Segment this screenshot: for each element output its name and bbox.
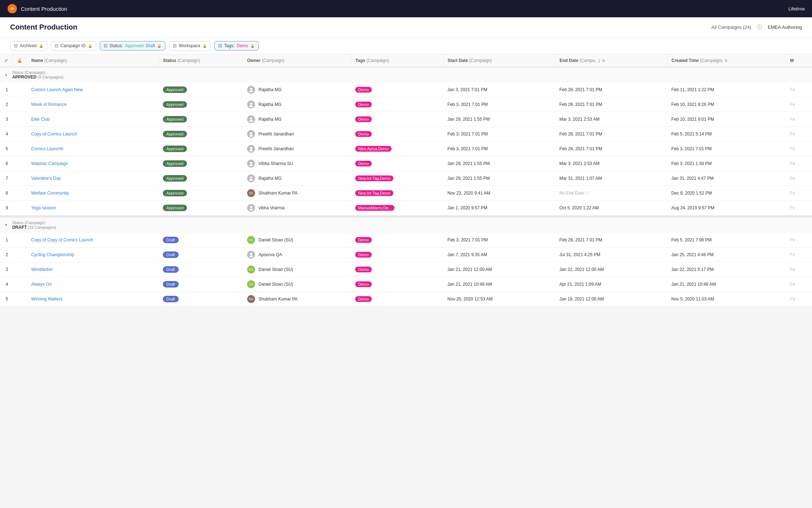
status-filter-label: Status:	[110, 43, 123, 48]
campaign-name[interactable]: Wabinar Campaign	[27, 156, 159, 171]
collapse-approved[interactable]: ▼	[4, 73, 8, 77]
campaign-owner: Preethi Janardhan	[243, 127, 351, 142]
campaign-name[interactable]: Copy of Copy of Comics Launch	[27, 233, 159, 248]
owner-cell: Rajatha MG	[247, 115, 347, 123]
campaign-name[interactable]: Winning Matters	[27, 291, 159, 306]
campaign-created-time: Jan 21, 2021 10:48 AM	[667, 277, 785, 291]
status-badge: Approved	[163, 146, 187, 152]
avatar: DS	[247, 236, 255, 244]
campaign-status: Draft	[159, 277, 242, 291]
table-row: 9 Yoga season Approved vibha sharma Manu…	[0, 201, 812, 215]
row-lock-cell	[13, 262, 27, 277]
campaign-tags: Demo	[351, 291, 443, 306]
owner-cell: SK Shubham Kumar PA	[247, 295, 347, 303]
campaign-name[interactable]: Comics Launch Again New	[27, 83, 159, 97]
table-row: 2 Cycling Championship Draft Apoorva QA …	[0, 247, 812, 262]
campaign-start-date: Jan 7, 2021 9:35 AM	[443, 247, 555, 262]
page-header: Content Production All Campaigns (24) ⓘ …	[0, 17, 812, 37]
svg-point-8	[249, 135, 253, 137]
campaign-name[interactable]: Valentine's Day	[27, 171, 159, 186]
row-lock-cell	[13, 127, 27, 142]
campaign-name[interactable]: Yoga season	[27, 201, 159, 215]
campaign-start-date: Feb 3, 2021 7:01 PM	[443, 97, 555, 112]
campaign-tags: Demo	[351, 97, 443, 112]
campaign-start-date: Jan 29, 2021 1:55 PM	[443, 171, 555, 186]
status-badge: Draft	[163, 251, 179, 258]
header-right: All Campaigns (24) ⓘ EMEA Authoring	[711, 24, 802, 31]
owner-name: Preethi Janardhan	[259, 132, 294, 137]
campaign-start-date: Jan 1, 2020 9:57 PM	[443, 201, 555, 215]
campaign-tags: New,Int Tag,Demo	[351, 171, 443, 186]
campaign-name[interactable]: Welfare Community	[27, 186, 159, 201]
campaign-more: Fe	[786, 201, 812, 215]
tags-demo-value: Demo	[237, 43, 248, 48]
sort-end-icon[interactable]: ⇅	[602, 59, 605, 63]
status-badge: Draft	[163, 296, 179, 302]
campaign-end-date: Mar 3, 2021 2:53 AM	[555, 156, 667, 171]
sort-created-icon[interactable]: ⇅	[724, 59, 727, 63]
campaign-name[interactable]: Week of Romance	[27, 97, 159, 112]
campaign-owner: Rajatha MG	[243, 112, 351, 127]
table-row: 8 Welfare Community Approved SK Shubham …	[0, 186, 812, 201]
filter-workspace[interactable]: ⊡ Workspace 🔒	[169, 41, 211, 50]
campaign-status: Approved	[159, 112, 242, 127]
row-lock-cell	[13, 247, 27, 262]
campaign-more: Fe	[786, 277, 812, 291]
th-created-sub: (Campaign)	[700, 58, 723, 63]
svg-point-5	[250, 117, 252, 120]
filter-status[interactable]: ⊡ Status: Approved Draft 🔒	[100, 41, 166, 50]
campaign-owner: Vibha Sharma SU	[243, 156, 351, 171]
status-badge: Approved	[163, 205, 187, 211]
svg-point-18	[249, 255, 253, 257]
th-expand: ⤢	[0, 54, 13, 67]
top-nav: Content Production Lifetime	[0, 0, 812, 17]
avatar: DS	[247, 280, 255, 288]
row-number: 5	[0, 142, 13, 156]
campaign-tags: Demo	[351, 233, 443, 248]
tag-pill: Demo	[355, 116, 371, 122]
campaign-status: Approved	[159, 156, 242, 171]
campaign-tags: ManualMacro,De...	[351, 201, 443, 215]
campaigns-table: ⤢ 🔒 Name (Campaign) Status (Campaign) Ow…	[0, 54, 812, 307]
approved-group-header: ▼ Status (Campaign) APPROVED (9 Campaign…	[0, 67, 812, 83]
status-badge: Approved	[163, 160, 187, 167]
campaign-status: Draft	[159, 262, 242, 277]
table-row: 4 Copy of Comics Launch Approved Preethi…	[0, 127, 812, 142]
campaign-created-time: Feb 5, 2021 5:14 PM	[667, 127, 785, 142]
owner-name: Rajatha MG	[259, 117, 282, 122]
campaign-owner: DS Daniel Sloan (SU)	[243, 233, 351, 248]
campaign-status: Draft	[159, 233, 242, 248]
filter-archived[interactable]: ⊡ Archived 🔒	[10, 41, 47, 50]
info-icon[interactable]: ⓘ	[757, 24, 762, 31]
table-row: 5 Comics Launchh Approved Preethi Janard…	[0, 142, 812, 156]
svg-point-13	[250, 177, 252, 179]
filter-campaign-id[interactable]: ⊡ Campaign ID 🔒	[51, 41, 96, 50]
row-lock-cell	[13, 201, 27, 215]
owner-name: vibha sharma	[259, 205, 285, 210]
collapse-draft[interactable]: ▼	[4, 223, 8, 227]
row-number: 9	[0, 201, 13, 215]
svg-point-4	[249, 105, 253, 107]
row-lock-cell	[13, 97, 27, 112]
campaign-more: Fe	[786, 291, 812, 306]
campaign-name[interactable]: Elite Club	[27, 112, 159, 127]
owner-cell: Vibha Sharma SU	[247, 160, 347, 168]
avatar	[247, 251, 255, 259]
campaign-end-date: Mar 3, 2021 2:53 AM	[555, 112, 667, 127]
campaign-name[interactable]: Wimbledon	[27, 262, 159, 277]
campaign-end-date: Mar 31, 2021 1:07 AM	[555, 171, 667, 186]
expand-icon[interactable]: ⤢	[4, 58, 8, 63]
th-status-sub: (Campaign)	[178, 58, 200, 63]
lock-col-icon: 🔒	[17, 58, 22, 63]
campaign-name[interactable]: Always On	[27, 277, 159, 291]
campaign-status: Approved	[159, 83, 242, 97]
status-badge: Approved	[163, 101, 187, 108]
campaign-tags: Nike,Ajeya,Demo	[351, 142, 443, 156]
campaign-name[interactable]: Comics Launchh	[27, 142, 159, 156]
campaign-tags: Demo	[351, 112, 443, 127]
table-header-row: ⤢ 🔒 Name (Campaign) Status (Campaign) Ow…	[0, 54, 812, 67]
campaign-name[interactable]: Cycling Championship	[27, 247, 159, 262]
campaign-name[interactable]: Copy of Comics Launch	[27, 127, 159, 142]
avatar	[247, 86, 255, 94]
filter-tags[interactable]: ⊡ Tags: Demo 🔒	[214, 41, 259, 50]
